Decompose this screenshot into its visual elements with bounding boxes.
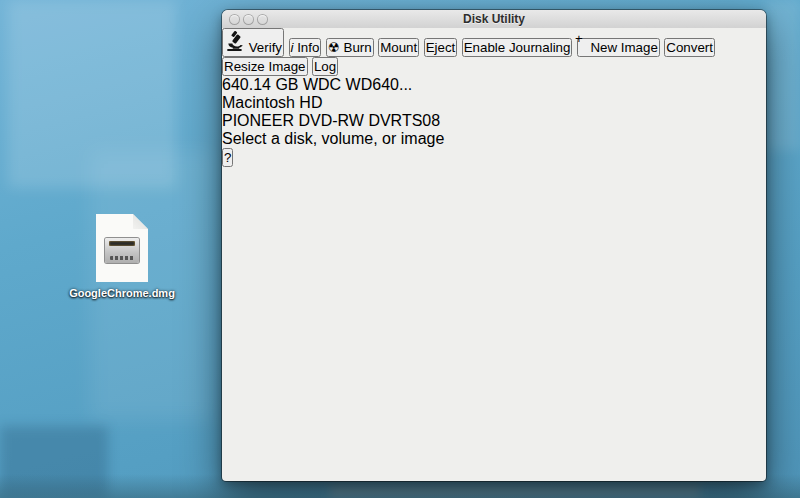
wallpaper-shade xyxy=(8,0,176,188)
wallpaper-shade xyxy=(0,426,108,498)
burn-button[interactable]: ☢ Burn xyxy=(326,38,374,57)
enable-journaling-button: Enable Journaling xyxy=(462,38,573,57)
device-row-macintosh-hd[interactable]: Macintosh HD xyxy=(222,94,766,112)
disk-utility-window: Disk Utility Verify i Info ☢ Bu xyxy=(222,10,766,481)
device-label: Macintosh HD xyxy=(222,94,322,111)
new-image-icon: + xyxy=(575,31,591,55)
microscope-icon xyxy=(224,40,249,55)
window-title: Disk Utility xyxy=(222,10,766,28)
convert-button[interactable]: Convert xyxy=(664,38,715,57)
device-row-wdc-disk[interactable]: 640.14 GB WDC WD640... xyxy=(222,76,766,94)
mount-button: Mount xyxy=(378,38,419,57)
device-label: 640.14 GB WDC WD640... xyxy=(222,76,412,93)
wallpaper-shade xyxy=(330,484,700,498)
content-panel: Select a disk, volume, or image xyxy=(222,130,766,148)
convert-label: Convert xyxy=(666,40,713,55)
page-fold-icon xyxy=(133,214,148,229)
empty-state-message: Select a disk, volume, or image xyxy=(222,130,766,148)
verify-label: Verify xyxy=(249,40,282,55)
burn-icon: ☢ xyxy=(328,40,344,55)
window-content: 640.14 GB WDC WD640... Macintosh HD PION… xyxy=(222,76,766,167)
mount-label: Mount xyxy=(380,40,417,55)
toolbar: Verify i Info ☢ Burn Mount xyxy=(222,28,766,76)
log-label: Log xyxy=(314,59,336,74)
log-button[interactable]: Log xyxy=(312,57,338,76)
title-bar[interactable]: Disk Utility xyxy=(222,10,766,28)
device-list: 640.14 GB WDC WD640... Macintosh HD PION… xyxy=(222,76,766,130)
device-label: PIONEER DVD-RW DVRTS08 xyxy=(222,112,440,129)
eject-button: Eject xyxy=(424,38,458,57)
info-button: i Info xyxy=(289,38,322,57)
new-image-button[interactable]: + New Image xyxy=(577,38,660,57)
dmg-file-label: GoogleChrome.dmg xyxy=(69,287,175,299)
dmg-file-icon[interactable]: GoogleChrome.dmg xyxy=(52,214,192,299)
resize-image-button: Resize Image xyxy=(222,57,308,76)
dmg-document-icon xyxy=(96,214,148,282)
info-label: Info xyxy=(297,40,319,55)
wallpaper-shade xyxy=(766,0,800,150)
burn-label: Burn xyxy=(344,40,372,55)
new-image-label: New Image xyxy=(590,40,657,55)
hard-drive-graphic-icon xyxy=(105,238,139,263)
resize-image-label: Resize Image xyxy=(224,59,306,74)
eject-label: Eject xyxy=(426,40,456,55)
enable-journaling-label: Enable Journaling xyxy=(464,40,571,55)
device-row-pioneer-dvd[interactable]: PIONEER DVD-RW DVRTS08 xyxy=(222,112,766,130)
help-button[interactable]: ? xyxy=(222,148,233,167)
verify-button[interactable]: Verify xyxy=(222,28,284,57)
